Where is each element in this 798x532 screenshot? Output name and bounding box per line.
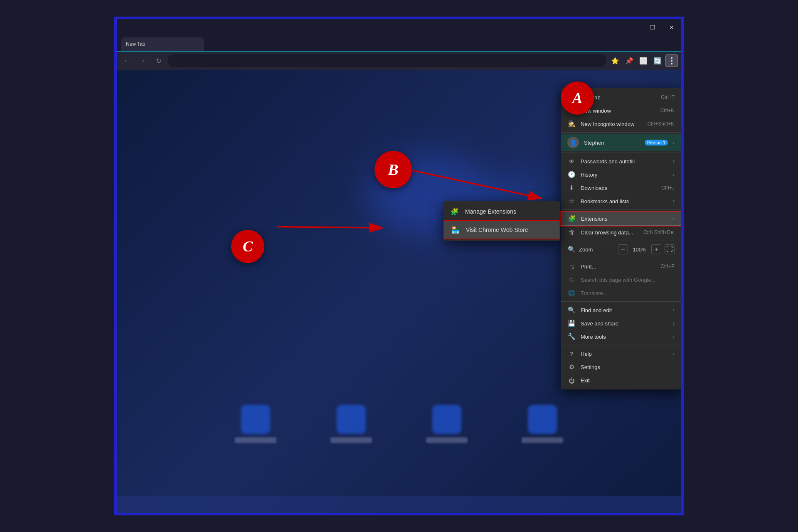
zoom-plus-button[interactable]: +: [651, 244, 661, 254]
minimize-button[interactable]: —: [624, 19, 643, 36]
new-window-shortcut: Ctrl+N: [660, 108, 675, 113]
more-tools-label: More tools: [581, 334, 668, 340]
menu-item-extensions[interactable]: 🧩 Extensions ›: [561, 212, 681, 226]
menu-item-translate: 🌐 Translate...: [561, 286, 681, 300]
reload-button[interactable]: ↻: [152, 54, 165, 67]
tab-label: New Tab: [126, 41, 145, 47]
menu-item-incognito[interactable]: 🕵 New Incognito window Ctrl+Shift+N: [561, 117, 681, 131]
menu-item-history[interactable]: 🕐 History ›: [561, 168, 681, 181]
clear-data-shortcut: Ctrl+Shift+Del: [643, 229, 675, 235]
menu-item-passwords[interactable]: 👁 Passwords and autofill ›: [561, 155, 681, 168]
more-tools-icon: 🔧: [567, 332, 576, 341]
menu-item-clear-data[interactable]: 🗑 Clear browsing data... Ctrl+Shift+Del: [561, 226, 681, 239]
zoom-row: 🔍 Zoom − 100% + ⛶: [561, 243, 681, 256]
history-label: History: [581, 172, 668, 178]
manage-extensions-item[interactable]: 🧩 Manage Extensions: [443, 203, 560, 220]
settings-icon: ⚙: [567, 363, 576, 371]
bookmarks-icon: ☆: [567, 197, 576, 205]
divider-2: [561, 153, 681, 153]
find-edit-label: Find and edit: [581, 307, 668, 313]
profile-label: Stephen: [584, 140, 640, 146]
print-shortcut: Ctrl+P: [660, 264, 675, 269]
title-bar-controls: — ❐ ✕: [624, 19, 681, 36]
annotation-a: A: [561, 81, 594, 115]
help-label: Help: [581, 351, 668, 357]
menu-item-search-google: G Search this page with Google...: [561, 273, 681, 286]
chrome-menu-button[interactable]: ⋮: [665, 54, 678, 67]
thumb-label-3: [426, 437, 468, 443]
profile-badge: Person 1: [645, 140, 668, 145]
thumb-icon-4: [528, 405, 557, 434]
thumbnail-4: [501, 405, 584, 459]
history-icon: 🕐: [567, 170, 576, 179]
extension-icon-2[interactable]: 📌: [623, 54, 635, 67]
extension-icon-4[interactable]: 🔄: [651, 54, 664, 67]
address-bar[interactable]: [167, 54, 606, 67]
thumb-icon-3: [432, 405, 461, 434]
extension-icon-1[interactable]: ⭐: [609, 54, 621, 67]
maximize-button[interactable]: ❐: [643, 19, 662, 36]
bookmarks-arrow: ›: [673, 198, 675, 204]
tab-bar: New Tab: [117, 36, 681, 52]
menu-item-bookmarks[interactable]: ☆ Bookmarks and lists ›: [561, 195, 681, 208]
toolbar-icons: ⭐ 📌 ⬜ 🔄 ⋮: [609, 54, 678, 67]
search-google-label: Search this page with Google...: [581, 277, 675, 283]
incognito-label: New Incognito window: [581, 121, 643, 127]
browser-window: — ❐ ✕ New Tab ← → ↻ ⭐ 📌 ⬜ 🔄 ⋮: [117, 19, 681, 513]
thumb-label-2: [330, 437, 372, 443]
toolbar: ← → ↻ ⭐ 📌 ⬜ 🔄 ⋮: [117, 52, 681, 70]
menu-item-settings[interactable]: ⚙ Settings: [561, 360, 681, 374]
close-button[interactable]: ✕: [662, 19, 681, 36]
menu-item-downloads[interactable]: ⬇ Downloads Ctrl+J: [561, 181, 681, 195]
thumb-label-4: [522, 437, 563, 443]
annotation-c: C: [231, 230, 264, 263]
zoom-fullscreen-button[interactable]: ⛶: [665, 244, 675, 254]
extensions-submenu: 🧩 Manage Extensions 🏪 Visit Chrome Web S…: [443, 201, 560, 241]
history-arrow: ›: [673, 172, 675, 177]
help-arrow: ›: [673, 351, 675, 357]
extension-icon-3[interactable]: ⬜: [637, 54, 650, 67]
divider-3: [561, 209, 681, 210]
thumbnail-1: [214, 405, 297, 459]
exit-icon: ⏻: [567, 376, 576, 384]
save-share-icon: 💾: [567, 319, 576, 328]
browser-outer-border: — ❐ ✕ New Tab ← → ↻ ⭐ 📌 ⬜ 🔄 ⋮: [114, 17, 684, 515]
divider-5: [561, 258, 681, 258]
more-tools-arrow: ›: [673, 334, 675, 340]
incognito-shortcut: Ctrl+Shift+N: [648, 121, 675, 127]
menu-item-help[interactable]: ? Help ›: [561, 347, 681, 360]
visit-webstore-icon: 🏪: [451, 225, 460, 234]
menu-item-save-share[interactable]: 💾 Save and share ›: [561, 317, 681, 330]
thumbnails-row: [117, 372, 681, 492]
forward-button[interactable]: →: [136, 54, 149, 67]
menu-item-exit[interactable]: ⏻ Exit: [561, 374, 681, 387]
downloads-shortcut: Ctrl+J: [661, 185, 675, 191]
print-icon: 🖨: [567, 262, 576, 271]
translate-label: Translate...: [581, 290, 675, 296]
bottom-bar: [117, 496, 681, 513]
menu-item-more-tools[interactable]: 🔧 More tools ›: [561, 330, 681, 343]
divider-4: [561, 241, 681, 241]
back-button[interactable]: ←: [120, 54, 133, 67]
profile-icon: 👤: [567, 137, 579, 148]
divider-1: [561, 132, 681, 133]
downloads-label: Downloads: [581, 185, 656, 191]
menu-item-profile[interactable]: 👤 Stephen Person 1 ›: [561, 134, 681, 151]
translate-icon: 🌐: [567, 289, 576, 297]
extensions-label: Extensions: [581, 216, 667, 222]
new-window-label: New window: [581, 108, 655, 114]
clear-data-icon: 🗑: [567, 228, 576, 236]
content-area: ⊕ New tab Ctrl+T ⧉ New window Ctrl+N 🕵 N…: [117, 70, 681, 513]
zoom-minus-button[interactable]: −: [618, 244, 628, 254]
visit-webstore-item[interactable]: 🏪 Visit Chrome Web Store: [443, 220, 560, 239]
divider-7: [561, 345, 681, 345]
menu-item-print[interactable]: 🖨 Print... Ctrl+P: [561, 260, 681, 273]
save-share-arrow: ›: [673, 320, 675, 326]
annotation-b: B: [374, 151, 412, 188]
divider-6: [561, 301, 681, 302]
active-tab[interactable]: New Tab: [121, 37, 204, 51]
zoom-value: 100%: [631, 246, 648, 253]
thumbnail-3: [405, 405, 488, 459]
arrow-c-to-webstore: [277, 227, 382, 228]
menu-item-find-edit[interactable]: 🔍 Find and edit ›: [561, 303, 681, 317]
